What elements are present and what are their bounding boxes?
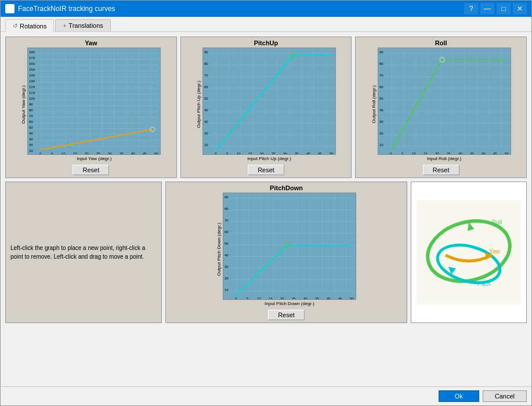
roll-chart-container[interactable]: Roll Output Roll (degr.) bbox=[355, 37, 527, 178]
svg-text:10: 10 bbox=[379, 143, 383, 147]
svg-text:20: 20 bbox=[85, 152, 89, 155]
svg-text:20: 20 bbox=[435, 152, 439, 155]
tab-bar: ↺ Rotations + Translations bbox=[1, 17, 531, 32]
cancel-button[interactable]: Cancel bbox=[483, 390, 527, 402]
ok-button[interactable]: Ok bbox=[439, 390, 479, 402]
svg-text:35: 35 bbox=[120, 152, 124, 155]
pitchup-chart-container[interactable]: PitchUp Output Pitch Up (degr.) bbox=[180, 37, 352, 178]
roll-reset-button[interactable]: Reset bbox=[423, 165, 459, 175]
maximize-button[interactable]: □ bbox=[497, 3, 511, 14]
info-panel: Left-click the graph to place a new poin… bbox=[5, 182, 162, 323]
svg-rect-0 bbox=[28, 48, 161, 155]
svg-text:20: 20 bbox=[225, 277, 229, 280]
svg-text:20: 20 bbox=[29, 143, 33, 147]
svg-text:50: 50 bbox=[29, 126, 33, 129]
svg-text:110: 110 bbox=[29, 91, 35, 95]
svg-text:10: 10 bbox=[237, 152, 241, 155]
svg-text:30: 30 bbox=[225, 265, 229, 269]
svg-text:15: 15 bbox=[73, 152, 77, 155]
roll-chart-wrapper: Output Roll (degr.) bbox=[371, 48, 511, 161]
svg-text:10: 10 bbox=[29, 149, 33, 153]
svg-text:40: 40 bbox=[482, 152, 486, 155]
svg-text:15: 15 bbox=[248, 152, 252, 155]
svg-text:40: 40 bbox=[29, 132, 33, 135]
yaw-chart-inner: 180 170 160 150 140 130 120 110 100 90 8… bbox=[27, 48, 161, 161]
svg-text:10: 10 bbox=[204, 143, 208, 147]
svg-text:30: 30 bbox=[29, 137, 33, 141]
rotations-tab-icon: ↺ bbox=[13, 23, 17, 29]
svg-text:25: 25 bbox=[447, 152, 451, 155]
svg-text:15: 15 bbox=[269, 297, 273, 300]
close-button[interactable]: ✕ bbox=[513, 3, 527, 14]
yaw-reset-button[interactable]: Reset bbox=[73, 165, 109, 175]
yaw-chart-svg[interactable]: 180 170 160 150 140 130 120 110 100 90 8… bbox=[27, 48, 161, 155]
svg-text:80: 80 bbox=[225, 207, 229, 211]
main-window: FaceTrackNoIR tracking curves ? — □ ✕ ↺ … bbox=[0, 0, 532, 406]
svg-text:90: 90 bbox=[29, 103, 33, 106]
svg-text:30: 30 bbox=[379, 120, 383, 124]
minimize-button[interactable]: — bbox=[480, 3, 494, 14]
window-controls: ? — □ ✕ bbox=[464, 3, 527, 14]
svg-text:90: 90 bbox=[225, 195, 229, 199]
roll-chart-title: Roll bbox=[435, 39, 447, 46]
svg-text:40: 40 bbox=[131, 152, 135, 155]
svg-text:40: 40 bbox=[306, 152, 310, 155]
svg-text:45: 45 bbox=[143, 152, 147, 155]
svg-text:40: 40 bbox=[327, 297, 331, 300]
svg-text:80: 80 bbox=[379, 62, 383, 66]
pitchup-chart-wrapper: Output Pitch Up (degr.) bbox=[196, 48, 336, 161]
pitchdown-y-label: Output Pitch Down (degr.) bbox=[216, 223, 222, 276]
window-title: FaceTrackNoIR tracking curves bbox=[18, 5, 464, 13]
svg-text:50: 50 bbox=[350, 297, 354, 300]
yaw-chart-wrapper: Output Yaw (degr.) bbox=[21, 48, 161, 161]
pitchdown-chart-svg[interactable]: 90 80 70 60 50 40 30 20 10 0 5 10 bbox=[223, 193, 356, 300]
svg-text:30: 30 bbox=[458, 152, 462, 155]
pitchdown-chart-inner: 90 80 70 60 50 40 30 20 10 0 5 10 bbox=[223, 193, 356, 306]
svg-rect-145 bbox=[223, 193, 356, 300]
pitchup-x-label: Input Pitch Up (degr.) bbox=[202, 156, 336, 161]
svg-text:160: 160 bbox=[29, 62, 35, 66]
svg-text:45: 45 bbox=[493, 152, 497, 155]
svg-text:20: 20 bbox=[280, 297, 284, 300]
translations-tab-label: Translations bbox=[68, 22, 103, 29]
pitchup-chart-svg[interactable]: 90 80 70 60 50 40 30 20 10 0 5 bbox=[202, 48, 336, 155]
info-text: Left-click the graph to place a new poin… bbox=[10, 244, 157, 261]
svg-text:15: 15 bbox=[424, 152, 428, 155]
svg-text:10: 10 bbox=[61, 152, 66, 155]
yaw-y-label: Output Yaw (degr.) bbox=[21, 85, 26, 124]
svg-text:50: 50 bbox=[505, 152, 509, 155]
rotation-diagram: Roll Pitch Yaw bbox=[417, 200, 521, 304]
yaw-chart-container[interactable]: Yaw Output Yaw (degr.) bbox=[5, 37, 177, 178]
footer-bar: Ok Cancel bbox=[1, 386, 531, 405]
help-button[interactable]: ? bbox=[464, 3, 478, 14]
svg-text:50: 50 bbox=[204, 97, 208, 100]
svg-text:40: 40 bbox=[225, 253, 229, 257]
svg-text:70: 70 bbox=[204, 74, 208, 77]
tab-rotations[interactable]: ↺ Rotations bbox=[5, 19, 54, 32]
pitchup-reset-button[interactable]: Reset bbox=[248, 165, 284, 175]
title-bar: FaceTrackNoIR tracking curves ? — □ ✕ bbox=[1, 1, 531, 17]
yaw-x-label: Input Yaw (degr.) bbox=[27, 156, 161, 161]
app-icon bbox=[5, 4, 15, 13]
svg-text:60: 60 bbox=[225, 230, 229, 234]
roll-y-label: Output Roll (degr.) bbox=[371, 85, 377, 123]
pitchup-chart-title: PitchUp bbox=[254, 39, 278, 46]
svg-text:50: 50 bbox=[154, 152, 158, 155]
svg-text:70: 70 bbox=[225, 219, 229, 222]
svg-text:10: 10 bbox=[412, 152, 416, 155]
top-charts-row: Yaw Output Yaw (degr.) bbox=[5, 37, 527, 178]
svg-text:35: 35 bbox=[315, 297, 319, 300]
roll-chart-svg[interactable]: 90 80 70 60 50 40 30 20 10 0 5 10 bbox=[378, 48, 511, 155]
svg-text:50: 50 bbox=[379, 97, 383, 100]
svg-text:35: 35 bbox=[295, 152, 299, 155]
svg-text:10: 10 bbox=[257, 297, 261, 300]
svg-text:40: 40 bbox=[204, 108, 208, 112]
content-area: Yaw Output Yaw (degr.) bbox=[1, 32, 531, 386]
pitchdown-reset-button[interactable]: Reset bbox=[268, 310, 305, 320]
svg-text:90: 90 bbox=[204, 50, 208, 54]
tab-translations[interactable]: + Translations bbox=[55, 19, 110, 31]
svg-text:45: 45 bbox=[318, 152, 322, 155]
svg-text:Pitch: Pitch bbox=[477, 281, 490, 287]
pitchdown-chart-container[interactable]: PitchDown Output Pitch Down (degr.) bbox=[165, 182, 407, 323]
svg-text:25: 25 bbox=[272, 152, 276, 155]
